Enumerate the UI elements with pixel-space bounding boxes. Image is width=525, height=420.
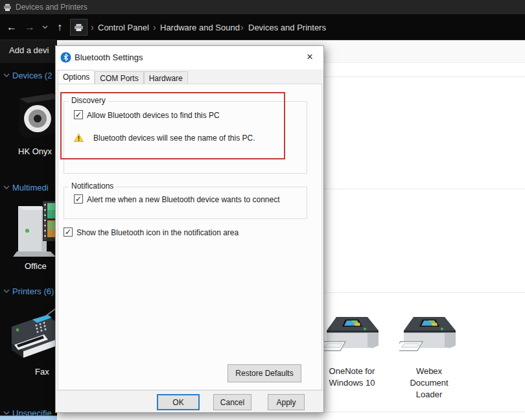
add-device-button[interactable]: Add a devi	[9, 45, 49, 55]
screen: Devices and Printers ← → ↑ › Control Pan…	[0, 0, 525, 420]
chevron-down-icon	[3, 73, 10, 78]
fax-device-label[interactable]: Fax	[35, 367, 49, 377]
tab-com-ports[interactable]: COM Ports	[95, 71, 143, 84]
close-icon[interactable]: ×	[299, 49, 321, 65]
breadcrumb-sep-icon: ›	[240, 14, 244, 40]
warning-icon	[74, 133, 84, 145]
explorer-left-panel: Add a devi Devices (2 HK Onyx Multimedi	[0, 40, 57, 420]
apply-button[interactable]: Apply	[268, 394, 305, 410]
chevron-down-icon	[3, 185, 10, 190]
discovery-warning-text: Bluetooth devices will see the name of t…	[93, 134, 255, 143]
breadcrumb-hardware-sound[interactable]: Hardware and Sound	[160, 14, 240, 40]
cancel-button[interactable]: Cancel	[213, 394, 251, 410]
tab-options[interactable]: Options	[58, 70, 95, 84]
breadcrumb-control-panel[interactable]: Control Panel	[98, 14, 149, 40]
dialog-footer-separator	[56, 390, 323, 391]
chevron-down-icon	[3, 411, 10, 415]
tab-hardware[interactable]: Hardware	[144, 71, 188, 84]
discovery-legend: Discovery	[69, 96, 108, 105]
forward-icon[interactable]: →	[23, 14, 36, 40]
multimedia-device-icon[interactable]	[6, 197, 57, 263]
restore-defaults-button[interactable]: Restore Defaults	[228, 364, 301, 382]
window-titlebar: Devices and Printers	[0, 0, 525, 14]
show-tray-icon-label[interactable]: Show the Bluetooth icon in the notificat…	[76, 228, 239, 237]
navigation-bar: ← → ↑ › Control Panel › Hardware and Sou…	[0, 14, 525, 40]
printer-app-icon	[3, 3, 12, 12]
multimedia-device-label[interactable]: Office	[25, 261, 47, 271]
check-icon: ✓	[65, 228, 71, 236]
dialog-titlebar: Bluetooth Settings ×	[56, 46, 323, 69]
speaker-device-icon[interactable]	[10, 88, 57, 146]
back-icon[interactable]: ←	[5, 14, 18, 40]
allow-discovery-checkbox[interactable]: ✓	[74, 110, 83, 119]
check-icon: ✓	[75, 195, 82, 203]
section-header-printers[interactable]: Printers (6)	[3, 286, 54, 296]
breadcrumb-sep-icon: ›	[91, 14, 94, 40]
fax-device-icon[interactable]	[6, 307, 57, 368]
breadcrumb-devices-printers[interactable]: Devices and Printers	[248, 14, 326, 40]
show-tray-icon-checkbox[interactable]: ✓	[64, 228, 73, 237]
alert-new-device-checkbox[interactable]: ✓	[74, 194, 83, 204]
horizontal-scrollbar[interactable]	[0, 415, 57, 420]
breadcrumb-sep-icon: ›	[153, 14, 156, 40]
chevron-down-icon	[3, 289, 10, 294]
alert-new-device-label[interactable]: Alert me when a new Bluetooth device wan…	[87, 195, 280, 204]
speaker-device-label[interactable]: HK Onyx	[18, 146, 52, 156]
dialog-tabstrip: Options COM Ports Hardware	[58, 70, 188, 84]
onenote-printer-label[interactable]: OneNote for Windows 10	[314, 366, 390, 389]
notifications-legend: Notifications	[69, 181, 116, 191]
allow-discovery-label[interactable]: Allow Bluetooth devices to find this PC	[87, 111, 220, 120]
recent-pages-chevron-icon[interactable]	[40, 14, 49, 40]
dialog-title: Bluetooth Settings	[75, 52, 143, 62]
bluetooth-icon	[60, 52, 71, 65]
window-title: Devices and Printers	[16, 3, 88, 12]
address-location-icon[interactable]	[70, 19, 88, 36]
section-header-devices[interactable]: Devices (2	[3, 71, 52, 80]
check-icon: ✓	[75, 111, 82, 119]
onenote-printer-icon[interactable]	[322, 313, 380, 362]
ok-button[interactable]: OK	[157, 394, 200, 410]
bluetooth-settings-dialog: Bluetooth Settings × Options COM Ports H…	[55, 45, 324, 413]
webex-printer-icon[interactable]	[399, 313, 458, 362]
section-header-multimedia[interactable]: Multimedi	[3, 183, 49, 192]
webex-printer-label[interactable]: Webex Document Loader	[391, 366, 467, 401]
up-icon[interactable]: ↑	[53, 14, 66, 40]
